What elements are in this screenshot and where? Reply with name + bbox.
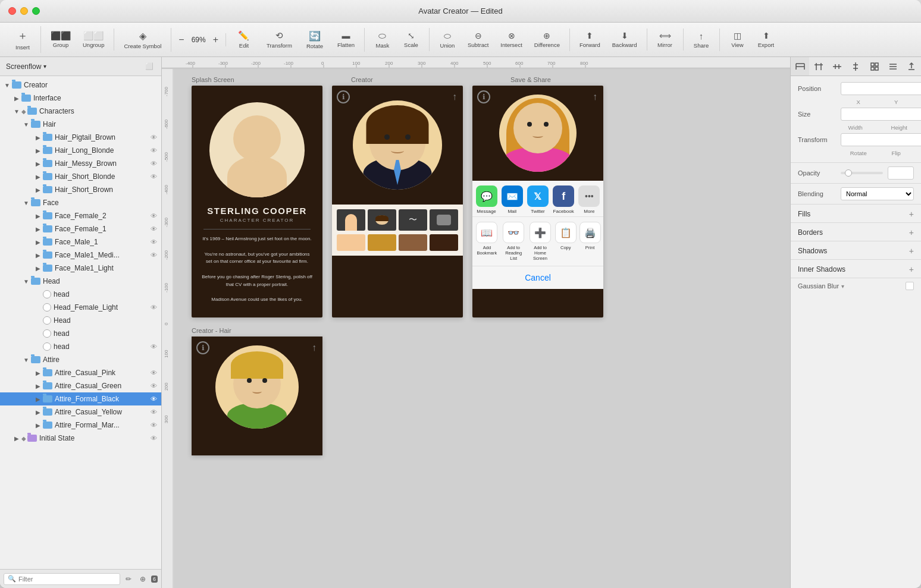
eye-icon-face3[interactable]: 👁 [148, 237, 159, 247]
eye-icon-head5[interactable]: 👁 [148, 341, 159, 352]
share-cancel-button[interactable]: Cancel [472, 266, 603, 289]
tree-root-creator[interactable]: Creator [0, 78, 161, 92]
eye-icon-face4[interactable]: 👁 [148, 250, 159, 260]
eye-icon-head2[interactable]: 👁 [148, 302, 159, 313]
rotate-button[interactable]: 🔄 Rotate [302, 28, 328, 52]
share-action-homescreen[interactable]: ➕ Add to Home Screen [528, 222, 552, 261]
color-swatch-4[interactable] [430, 234, 458, 251]
sidebar-item-hair4[interactable]: Hair_Short_Blonde 👁 [0, 170, 161, 183]
opacity-slider[interactable] [841, 172, 883, 174]
share-action-bookmark[interactable]: 📖 Add Bookmark [475, 222, 499, 261]
export-button[interactable]: ⬆ Export [753, 29, 779, 51]
sidebar-toggle-button[interactable]: ⬜ [143, 61, 155, 73]
share-app-twitter[interactable]: 𝕏 Twitter [527, 185, 549, 214]
eye-icon-hair3[interactable]: 👁 [148, 158, 159, 169]
share-info-btn[interactable]: ℹ [477, 90, 490, 103]
share-action-copy[interactable]: 📋 Copy [555, 222, 577, 261]
sidebar-item-head5[interactable]: head 👁 [0, 340, 161, 353]
zoom-in-button[interactable]: + [211, 33, 221, 46]
tree-arrow-characters[interactable] [12, 106, 21, 116]
sidebar-item-face-group[interactable]: Face [0, 196, 161, 209]
fullscreen-button[interactable] [32, 7, 40, 15]
sidebar-item-attire3[interactable]: Attire_Formal_Black 👁 [0, 392, 161, 405]
color-swatch-1[interactable] [337, 234, 365, 251]
forward-button[interactable]: ⬆ Forward [575, 29, 605, 51]
tree-arrow-hair4[interactable] [33, 172, 43, 181]
sidebar-item-attire5[interactable]: Attire_Formal_Mar... 👁 [0, 419, 161, 432]
ungroup-button[interactable]: ⬜⬜ Ungroup [78, 29, 109, 51]
share-action-print[interactable]: 🖨️ Print [579, 222, 601, 261]
tree-arrow-face[interactable] [21, 198, 31, 207]
share-share-btn[interactable]: ↑ [593, 92, 597, 102]
rp-tab-grid[interactable] [865, 57, 884, 76]
create-symbol-button[interactable]: ◈ Create Symbol [119, 28, 166, 52]
tree-arrow-hair[interactable] [21, 120, 31, 129]
sidebar-item-face2[interactable]: Face_Female_1 👁 [0, 222, 161, 235]
union-button[interactable]: ⬭ Union [434, 29, 460, 51]
tree-arrow-attire5[interactable] [33, 420, 43, 430]
eye-icon-attire1[interactable]: 👁 [148, 367, 159, 378]
eye-icon-face1[interactable]: 👁 [148, 210, 159, 221]
rp-tab-dist[interactable] [828, 57, 847, 76]
fills-add-icon[interactable]: + [909, 209, 914, 219]
share-action-reading[interactable]: 👓 Add to Reading List [502, 222, 525, 261]
share-app-more[interactable]: ••• More [578, 185, 600, 214]
tree-arrow-face4[interactable] [33, 250, 43, 260]
tree-arrow-face3[interactable] [33, 237, 43, 247]
share-app-message[interactable]: 💬 Message [476, 185, 497, 214]
search-box[interactable]: 🔍 [4, 573, 120, 585]
sidebar-item-attire4[interactable]: Attire_Casual_Yellow 👁 [0, 405, 161, 419]
selector-silhouette[interactable] [337, 209, 365, 231]
rp-tab-align[interactable] [791, 57, 809, 76]
sidebar-item-interface[interactable]: Interface [0, 92, 161, 105]
tree-arrow-creator[interactable] [2, 80, 12, 90]
inner-shadows-add-icon[interactable]: + [909, 265, 914, 274]
sidebar-item-head3[interactable]: Head [0, 314, 161, 327]
sidebar-item-hair3[interactable]: Hair_Messy_Brown 👁 [0, 157, 161, 170]
subtract-button[interactable]: ⊖ Subtract [463, 29, 493, 51]
tree-arrow-initial[interactable] [12, 433, 21, 443]
sidebar-item-attire1[interactable]: Attire_Casual_Pink 👁 [0, 366, 161, 379]
creator-share-btn[interactable]: ↑ [452, 92, 457, 102]
creator-info-btn[interactable]: ℹ [337, 90, 350, 103]
color-swatch-3[interactable] [399, 234, 427, 251]
tree-arrow-attire[interactable] [21, 355, 31, 364]
shadows-add-icon[interactable]: + [909, 246, 914, 256]
share-button[interactable]: ↑ Share [688, 29, 715, 51]
eye-icon-hair2[interactable]: 👁 [148, 145, 159, 156]
tree-arrow-hair5[interactable] [33, 185, 43, 194]
close-button[interactable] [8, 7, 16, 15]
eye-icon-hair1[interactable]: 👁 [148, 132, 159, 143]
view-button[interactable]: ◫ View [725, 29, 751, 51]
gaussian-chevron-icon[interactable]: ▾ [841, 283, 844, 290]
sidebar-item-head1[interactable]: head [0, 288, 161, 301]
filter-input[interactable] [18, 576, 116, 583]
tree-arrow-face5[interactable] [33, 263, 43, 273]
hair-info-btn[interactable]: ℹ [196, 341, 209, 354]
tree-arrow-attire3[interactable] [33, 394, 43, 404]
sidebar-item-face1[interactable]: Face_Female_2 👁 [0, 209, 161, 222]
share-app-mail[interactable]: ✉️ Mail [502, 185, 523, 214]
blending-select[interactable]: Normal [841, 187, 914, 200]
rp-tab-list[interactable] [884, 57, 902, 76]
eye-icon-attire4[interactable]: 👁 [148, 407, 159, 417]
minimize-button[interactable] [20, 7, 28, 15]
gaussian-checkbox[interactable] [906, 282, 914, 290]
sidebar-item-face5[interactable]: Face_Male1_Light [0, 262, 161, 275]
eye-icon-hair4[interactable]: 👁 [148, 171, 159, 182]
sidebar-item-hair-group[interactable]: Hair [0, 118, 161, 131]
rp-tab-export[interactable] [903, 57, 921, 76]
tree-arrow-attire2[interactable] [33, 381, 43, 391]
eye-icon-initial[interactable]: 👁 [148, 433, 159, 444]
rotate-input[interactable] [841, 133, 921, 146]
sidebar-item-head-group[interactable]: Head [0, 275, 161, 288]
opacity-thumb[interactable] [845, 169, 852, 177]
chevron-down-icon[interactable]: ▾ [43, 63, 46, 70]
tree-arrow-attire1[interactable] [33, 368, 43, 378]
edit-mode-button[interactable]: ✏ [123, 573, 134, 585]
eye-icon-face2[interactable]: 👁 [148, 224, 159, 234]
tree-arrow-attire4[interactable] [33, 407, 43, 417]
share-app-facebook[interactable]: f Facebook [553, 185, 574, 214]
eye-icon-attire5[interactable]: 👁 [148, 420, 159, 430]
zoom-out-button[interactable]: − [176, 33, 186, 46]
